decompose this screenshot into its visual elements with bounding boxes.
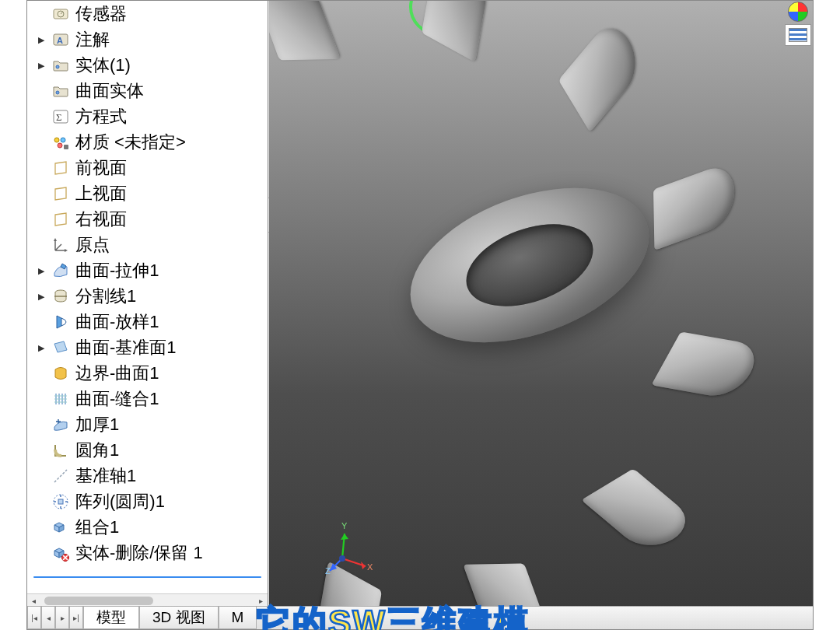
loft-icon	[52, 313, 69, 331]
graphics-viewport[interactable]: X Y Z	[269, 1, 813, 607]
expand-toggle-icon[interactable]: ▶	[38, 267, 46, 275]
tab-nav-buttons: |◂ ◂ ▸ ▸|	[27, 607, 83, 629]
svg-point-29	[339, 555, 345, 562]
svg-rect-18	[58, 499, 63, 504]
tree-item-label: 传感器	[75, 2, 127, 26]
triad-z-label: Z	[325, 566, 331, 576]
scroll-right-button[interactable]: ▸	[254, 594, 268, 607]
tree-item-6[interactable]: 前视面	[27, 155, 268, 180]
tree-item-label: 曲面-拉伸1	[75, 259, 159, 282]
tree-item-11[interactable]: ▶分割线1	[27, 283, 268, 309]
tab-nav-next[interactable]: ▸	[55, 607, 69, 629]
tree-item-5[interactable]: 材质 <未指定>	[27, 129, 268, 155]
tree-item-7[interactable]: 上视面	[27, 180, 268, 206]
tree-item-label: 基准轴1	[75, 464, 136, 488]
bottom-tabs: |◂ ◂ ▸ ▸| 模型3D 视图M	[27, 606, 813, 629]
tree-item-13[interactable]: ▶曲面-基准面1	[27, 334, 268, 360]
tree-item-label: 圆角1	[75, 439, 119, 462]
plane-icon	[52, 211, 69, 228]
tab-0[interactable]: 模型	[83, 607, 139, 629]
surf-icon	[52, 262, 69, 279]
tab-1[interactable]: 3D 视图	[139, 607, 219, 629]
thicken-icon	[52, 416, 69, 433]
svg-point-10	[61, 138, 65, 142]
svg-marker-14	[65, 249, 68, 252]
expand-toggle-icon[interactable]: ▶	[38, 344, 46, 352]
folder-icon	[52, 57, 69, 74]
tree-selection-underline	[33, 576, 261, 578]
orientation-triad[interactable]: X Y Z	[324, 521, 378, 576]
tree-item-20[interactable]: 组合1	[27, 514, 268, 540]
svg-point-9	[54, 138, 59, 142]
svg-marker-26	[341, 534, 348, 540]
app-window: 传感器▶A注解▶实体(1)曲面实体Σ方程式材质 <未指定>前视面上视面右视面原点…	[26, 0, 814, 630]
tree-item-label: 曲面-放样1	[75, 310, 159, 334]
tab-nav-last[interactable]: ▸|	[69, 607, 83, 629]
svg-text:A: A	[57, 36, 63, 45]
tree-item-8[interactable]: 右视面	[27, 206, 268, 232]
tree-item-14[interactable]: 边界-曲面1	[27, 360, 268, 386]
svg-point-5	[56, 65, 59, 68]
slice-icon	[52, 288, 69, 305]
tree-item-18[interactable]: 基准轴1	[27, 463, 268, 488]
annot-icon: A	[52, 31, 69, 48]
folder-icon	[52, 82, 69, 100]
tree-scrollbar-horizontal[interactable]: ◂ ▸	[27, 593, 268, 607]
fillet-icon	[52, 442, 69, 459]
tree-item-16[interactable]: 加厚1	[27, 411, 268, 437]
tree-item-17[interactable]: 圆角1	[27, 437, 268, 463]
tree-item-3[interactable]: 曲面实体	[27, 78, 268, 103]
model-impeller	[269, 1, 813, 544]
feature-tree-panel[interactable]: 传感器▶A注解▶实体(1)曲面实体Σ方程式材质 <未指定>前视面上视面右视面原点…	[27, 1, 268, 607]
sigma-icon: Σ	[52, 108, 69, 125]
tab-label: 模型	[96, 607, 126, 628]
tree-item-label: 分割线1	[75, 285, 136, 308]
tree-item-label: 前视面	[75, 156, 127, 180]
expand-toggle-icon[interactable]: ▶	[38, 292, 46, 300]
tree-item-label: 曲面实体	[75, 79, 144, 103]
tree-item-label: 右视面	[75, 208, 127, 231]
tree-item-4[interactable]: Σ方程式	[27, 103, 268, 129]
tree-item-label: 上视面	[75, 182, 127, 205]
tree-item-label: 曲面-基准面1	[75, 336, 177, 359]
tree-item-label: 注解	[75, 28, 110, 51]
tab-nav-prev[interactable]: ◂	[41, 607, 55, 629]
tree-item-21[interactable]: 实体-删除/保留 1	[27, 540, 268, 565]
triad-x-label: X	[367, 562, 373, 572]
tree-item-19[interactable]: 阵列(圆周)1	[27, 488, 268, 514]
tree-item-2[interactable]: ▶实体(1)	[27, 52, 268, 78]
sensor-icon	[52, 5, 69, 23]
plane-icon	[52, 159, 69, 177]
tree-item-10[interactable]: ▶曲面-拉伸1	[27, 257, 268, 283]
scroll-thumb[interactable]	[44, 597, 153, 605]
expand-toggle-icon[interactable]: ▶	[38, 61, 46, 69]
knit-icon	[52, 390, 69, 408]
tree-item-1[interactable]: ▶A注解	[27, 26, 268, 52]
tree-item-12[interactable]: 曲面-放样1	[27, 309, 268, 334]
origin-icon	[52, 236, 69, 254]
svg-rect-12	[64, 145, 68, 149]
svg-point-6	[56, 91, 59, 94]
material-icon	[52, 134, 69, 151]
appearance-ball-icon[interactable]	[788, 2, 808, 22]
tree-item-label: 组合1	[75, 516, 119, 539]
tree-item-label: 加厚1	[75, 413, 119, 436]
svg-marker-13	[54, 238, 57, 241]
tree-item-9[interactable]: 原点	[27, 232, 268, 257]
tree-item-label: 实体(1)	[75, 54, 131, 77]
display-pane-icon[interactable]	[785, 24, 811, 46]
axis-icon	[52, 467, 69, 485]
expand-toggle-icon[interactable]: ▶	[38, 36, 46, 44]
tab-label: M	[232, 609, 244, 626]
tree-item-15[interactable]: 曲面-缝合1	[27, 386, 268, 411]
tree-item-label: 原点	[75, 233, 110, 257]
scroll-left-button[interactable]: ◂	[27, 594, 40, 607]
plane2-icon	[52, 339, 69, 356]
tree-item-label: 实体-删除/保留 1	[75, 541, 203, 565]
tab-nav-first[interactable]: |◂	[27, 607, 41, 629]
combine-icon	[52, 519, 69, 536]
tab-2[interactable]: M	[219, 607, 257, 629]
tree-item-0[interactable]: 传感器	[27, 1, 268, 26]
triad-y-label: Y	[341, 521, 348, 530]
delete-icon	[52, 544, 69, 562]
